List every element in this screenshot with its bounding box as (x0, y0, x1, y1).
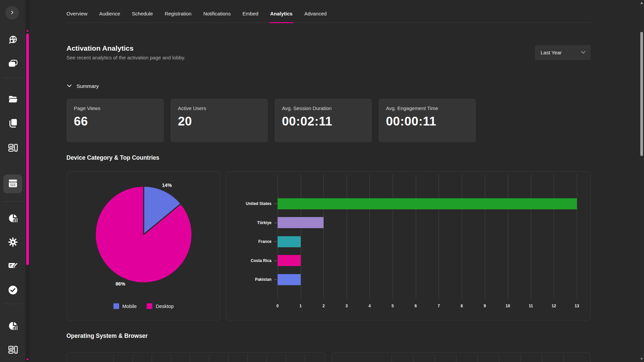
legend-label: Mobile (122, 304, 137, 309)
stat-card: Avg. Session Duration00:02:11 (275, 99, 372, 142)
pie-chart-svg: 14%86% (67, 172, 221, 299)
stat-card-value: 20 (178, 114, 260, 128)
page-subtitle: See recent analytics of the activation p… (66, 55, 185, 60)
x-tick-label: 9 (484, 304, 486, 308)
tab-embed[interactable]: Embed (242, 11, 258, 22)
tab-overview[interactable]: Overview (66, 11, 88, 22)
device-kiosk-icon (7, 344, 18, 357)
x-tick-label: 2 (323, 304, 325, 308)
stat-card: Page Views66 (66, 99, 164, 142)
stat-card: Active Users20 (170, 99, 268, 142)
tab-advanced[interactable]: Advanced (304, 11, 327, 22)
legend-swatch (147, 303, 152, 309)
bar-category-label: Türkiye (228, 220, 271, 225)
gridline (113, 355, 114, 362)
sidebar-item-files[interactable] (0, 94, 26, 106)
stat-card-label: Active Users (178, 105, 260, 111)
operating-system-chart-card (66, 352, 325, 362)
pie-chart: 14%86% (67, 172, 221, 299)
legend-item-desktop: Desktop (147, 303, 174, 309)
sidebar-expand-button[interactable] (5, 6, 19, 19)
bar-category-label: Pakistan (228, 277, 271, 282)
summary-toggle[interactable]: Summary (66, 83, 99, 89)
sidebar (0, 0, 26, 362)
gridline (324, 174, 324, 299)
pie-analytics-icon (7, 213, 18, 225)
top-countries-bar-card: 012345678910111213United StatesTürkiyeFr… (226, 171, 591, 320)
stat-card-label: Avg. Engagement Time (386, 105, 468, 111)
browser-chart-card (332, 352, 591, 362)
x-tick-label: 7 (438, 304, 440, 308)
scroll-up-arrow-icon[interactable] (26, 30, 29, 32)
gridline (439, 174, 439, 299)
gridline (485, 174, 485, 299)
scroll-down-arrow-icon[interactable] (640, 358, 643, 360)
bar-category-label: United States (228, 201, 271, 206)
sidebar-item-discover[interactable] (0, 35, 26, 46)
date-range-value: Last Year (541, 50, 562, 55)
legend-label: Desktop (156, 304, 174, 309)
bar-category-label: France (228, 239, 271, 244)
tab-bar: OverviewAudienceScheduleRegistrationNoti… (66, 0, 591, 23)
stat-cards-row: Page Views66Active Users20Avg. Session D… (66, 99, 591, 142)
sidebar-scrollbar-thumb[interactable] (26, 34, 29, 265)
tab-registration[interactable]: Registration (165, 11, 192, 22)
gridline (499, 355, 499, 362)
stat-card-value: 00:02:11 (282, 114, 364, 128)
stat-card: Avg. Engagement Time00:00:11 (379, 99, 476, 142)
stat-card-label: Page Views (74, 105, 156, 111)
gridline (152, 355, 152, 362)
globe-search-icon (7, 35, 18, 47)
gridline (508, 174, 508, 299)
os-browser-row (66, 352, 591, 362)
x-tick-label: 10 (505, 304, 510, 308)
gridline (228, 355, 229, 362)
sidebar-item-settings[interactable] (0, 237, 26, 248)
tab-analytics[interactable]: Analytics (270, 11, 293, 22)
stat-card-value: 66 (74, 114, 156, 128)
sidebar-item-reports[interactable] (0, 321, 26, 332)
sidebar-item-collections[interactable] (0, 59, 26, 70)
gridline (462, 174, 462, 299)
sidebar-item-approvals[interactable] (0, 285, 26, 296)
page-scrollbar[interactable] (639, 0, 644, 362)
legend-item-mobile: Mobile (113, 303, 137, 309)
legend-swatch (113, 303, 119, 309)
check-circle-icon (7, 285, 18, 297)
sidebar-divider (3, 304, 22, 304)
x-tick-label: 0 (277, 304, 279, 308)
bar-category-label: Costa Rica (228, 258, 271, 263)
sidebar-item-copy[interactable] (0, 118, 26, 129)
gridline (435, 355, 435, 362)
section-heading-device-countries: Device Category & Top Countries (66, 154, 591, 161)
cards-stack-icon (7, 58, 18, 71)
sidebar-item-screens[interactable] (0, 345, 26, 356)
gridline (413, 355, 413, 362)
calendar-apps-icon (7, 178, 18, 190)
scroll-down-arrow-icon[interactable] (26, 359, 29, 361)
tab-notifications[interactable]: Notifications (203, 11, 231, 22)
section-heading-os-browser: Operating System & Browser (66, 332, 591, 340)
summary-label: Summary (77, 83, 99, 89)
page-scrollbar-thumb[interactable] (640, 32, 643, 156)
scroll-up-arrow-icon[interactable] (640, 2, 643, 4)
x-tick-label: 6 (414, 304, 417, 308)
gridline (531, 174, 531, 299)
tab-audience[interactable]: Audience (99, 11, 120, 22)
sidebar-item-analytics[interactable] (0, 213, 26, 224)
sidebar-item-registration[interactable] (0, 260, 26, 272)
y-tick-mark (274, 261, 277, 261)
sidebar-item-devices[interactable] (0, 143, 26, 154)
y-tick-mark (274, 204, 277, 204)
sidebar-item-events-active[interactable] (3, 174, 22, 193)
folder-open-icon (7, 94, 18, 106)
bar-costa-rica (278, 255, 301, 266)
pie-legend: MobileDesktop (67, 303, 220, 309)
y-tick-mark (274, 242, 277, 242)
sidebar-divider (3, 78, 22, 78)
x-tick-label: 11 (529, 304, 533, 308)
date-range-dropdown[interactable]: Last Year (535, 45, 591, 60)
gridline (393, 174, 393, 299)
tab-schedule[interactable]: Schedule (132, 11, 153, 22)
sidebar-scrollbar[interactable] (26, 0, 30, 362)
